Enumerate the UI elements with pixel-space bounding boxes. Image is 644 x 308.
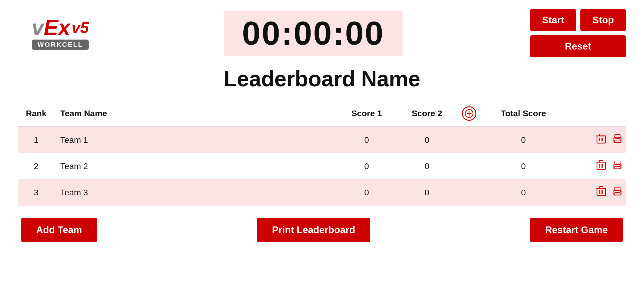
svg-point-22 [620,165,621,166]
row-team-name: Team 3 [54,188,336,197]
row-total-score: 0 [481,135,566,145]
row-score1: 0 [336,162,397,171]
row-score1: 0 [336,135,397,145]
logo-v5: v5 [71,20,89,35]
row-score1: 0 [336,188,397,197]
row-rank: 1 [18,135,54,145]
col-header-rank: Rank [18,109,54,118]
add-team-button[interactable]: Add Team [21,218,97,242]
svg-point-32 [620,191,621,192]
stop-button[interactable]: Stop [580,9,626,31]
row-total-score: 0 [481,162,566,171]
col-header-total: Total Score [481,109,566,118]
table-header: Rank Team Name Score 1 Score 2 Total Sco… [18,103,626,127]
row-score2: 0 [397,135,457,145]
print-leaderboard-button[interactable]: Print Leaderboard [257,218,370,242]
svg-rect-25 [599,187,603,188]
print-row-icon[interactable] [612,186,623,199]
col-header-team: Team Name [54,109,336,118]
print-row-icon[interactable] [612,160,623,173]
row-score2: 0 [397,162,457,171]
table-row: 3 Team 3 0 0 0 [18,179,626,206]
footer-buttons: Add Team Print Leaderboard Restart Game [18,218,626,242]
delete-row-icon[interactable] [596,133,606,146]
row-rank: 2 [18,162,54,171]
row-actions [566,160,626,173]
svg-rect-5 [599,134,603,136]
logo-v: v [32,17,44,38]
row-rank: 3 [18,188,54,197]
add-score-column-button[interactable] [462,106,476,121]
logo-ex: Ex [44,17,70,38]
logo-workcell: WORKCELL [32,40,88,50]
start-button[interactable]: Start [530,9,576,31]
row-team-name: Team 2 [54,162,336,171]
reset-button[interactable]: Reset [530,35,626,57]
timer-controls: Start Stop Reset [530,9,626,57]
delete-row-icon[interactable] [596,160,606,173]
row-actions [566,186,626,199]
row-team-name: Team 1 [54,135,336,145]
row-score2: 0 [397,188,457,197]
timer-box: 00:00:00 [224,11,402,56]
leaderboard-title: Leaderboard Name [18,66,626,91]
row-total-score: 0 [481,188,566,197]
print-row-icon[interactable] [612,133,623,146]
table-row: 1 Team 1 0 0 0 [18,127,626,153]
delete-row-icon[interactable] [596,186,606,199]
leaderboard-rows: 1 Team 1 0 0 0 [18,127,626,206]
svg-rect-15 [599,160,603,162]
col-header-score2: Score 2 [397,109,457,118]
row-actions [566,133,626,146]
col-header-score1: Score 1 [336,109,397,118]
logo: v Ex v5 WORKCELL [18,17,103,50]
timer-display: 00:00:00 [242,17,384,50]
svg-point-12 [620,139,621,140]
table-row: 2 Team 2 0 0 0 [18,153,626,179]
restart-game-button[interactable]: Restart Game [530,218,623,242]
